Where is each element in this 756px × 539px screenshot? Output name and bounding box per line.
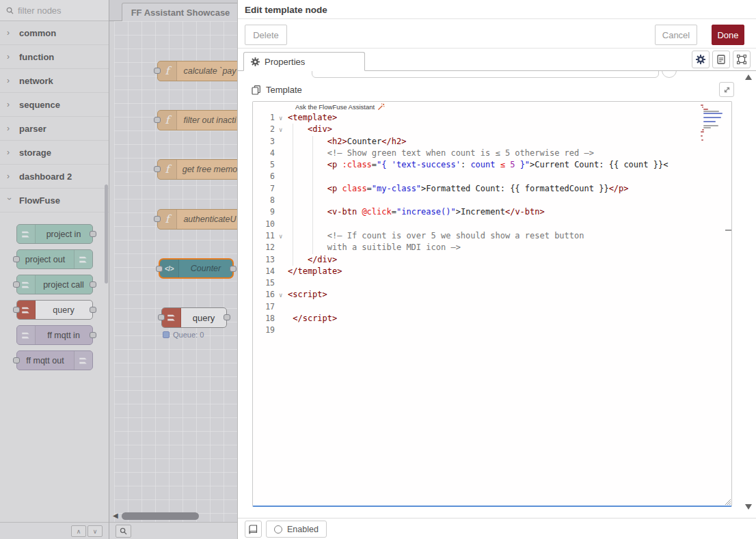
scroll-up-arrow-icon[interactable] [745,74,752,80]
template-code-editor[interactable]: Ask the FlowFuse Assistant 1∨<template>2… [252,101,732,507]
flow-node-query[interactable]: query [161,307,227,328]
code-line[interactable]: 18 </script> [253,313,731,324]
chevron-down-icon: › [5,197,14,203]
gear-icon [251,57,260,66]
code-line[interactable]: 10 [253,219,731,230]
node-input-port[interactable] [154,216,161,222]
node-input-port[interactable] [13,357,20,363]
code-line[interactable]: 17 [253,301,731,313]
palette-category-flowfuse[interactable]: ›FlowFuse [0,189,109,212]
palette-expand-all-button[interactable]: ∨ [87,525,103,537]
enabled-toggle-button[interactable]: Enabled [266,521,327,538]
palette-search-box[interactable]: filter nodes [0,0,109,21]
chevron-right-icon: › [7,28,12,38]
flow-node-get-free-memory[interactable]: f get free memo [157,159,237,180]
editor-minimap[interactable] [701,105,725,143]
code-line[interactable]: 5 <p :class="{ 'text-success': count ≤ 5… [253,159,731,171]
code-line[interactable]: 19 [253,324,731,336]
flow-node-counter-selected[interactable]: </> Counter [159,258,234,279]
node-input-port[interactable] [154,117,161,123]
palette-category-function[interactable]: ›function [0,45,109,69]
tab-ff-assistant-showcase[interactable]: FF Assistant Showcase [122,3,237,22]
code-line[interactable]: 12 with a suitible MDI icon —> [253,242,731,253]
chevron-right-icon: › [7,52,12,61]
copy-pages-icon [252,85,261,95]
done-button[interactable]: Done [712,25,744,45]
palette-category-common[interactable]: ›common [0,21,109,45]
node-output-port[interactable] [90,281,96,288]
dialog-button-row: Delete Cancel Done [238,19,756,49]
tab-properties[interactable]: Properties [243,52,365,71]
editor-resize-handle[interactable] [724,498,731,505]
node-input-port[interactable] [154,166,161,172]
scrolled-field-remnant[interactable] [312,71,659,78]
scroll-down-arrow-icon[interactable] [745,504,752,510]
palette-node-project-call[interactable]: project call [16,275,93,294]
expand-editor-button[interactable] [719,82,734,97]
node-output-port[interactable] [90,231,96,237]
status-dot-icon [163,331,170,338]
palette-node-ff-mqtt-in[interactable]: ff mqtt in [16,325,93,345]
node-input-port[interactable] [13,307,20,313]
horizontal-scrollbar[interactable] [122,512,199,520]
node-output-port[interactable] [224,314,230,320]
delete-button[interactable]: Delete [245,25,287,45]
palette-category-network[interactable]: ›network [0,69,109,93]
palette-node-query[interactable]: query [16,300,93,320]
node-input-port[interactable] [13,281,20,288]
flowfuse-icon [17,275,36,294]
description-doc-button[interactable] [712,51,730,68]
node-output-port[interactable] [90,332,96,338]
palette-category-storage[interactable]: ›storage [0,141,109,165]
code-line[interactable]: 16∨<script> [253,289,731,301]
palette-category-sequence[interactable]: ›sequence [0,93,109,117]
code-line[interactable]: 8 [253,195,731,206]
scrolled-button-remnant[interactable] [662,71,677,78]
dialog-tab-row: Properties [238,49,756,71]
code-line[interactable]: 7 <p class="my-class">Formatted Count: {… [253,183,731,195]
palette-scrollbar[interactable] [105,184,108,284]
node-input-port[interactable] [156,266,163,272]
scope-frame-button[interactable] [733,51,751,68]
code-lines: 1∨<template>2∨ <div>3 <h2>Counter</h2>4 … [253,112,731,337]
code-line[interactable]: 9 <v-btn @click="increase()">Increment</… [253,206,731,218]
palette-collapse-all-button[interactable]: ∧ [71,525,86,537]
node-input-port[interactable] [158,314,165,320]
code-line[interactable]: 14 </template> [253,266,731,277]
code-line[interactable]: 11∨ <!— If count is over 5 we should sho… [253,230,731,242]
wand-icon [377,103,385,111]
palette-search-placeholder: filter nodes [18,5,62,16]
palette-category-parser[interactable]: ›parser [0,117,109,141]
flow-node-filter-out-inactive[interactable]: f filter out inacti [157,110,237,130]
node-output-port[interactable] [230,266,237,272]
cancel-button[interactable]: Cancel [655,25,697,45]
palette-node-project-in[interactable]: project in [16,224,93,244]
flow-node-calculate-payload[interactable]: f calculate `pay [157,61,237,81]
docs-book-button[interactable] [245,521,262,538]
code-line[interactable]: 4 <!— Show green text when count is ≤ 5 … [253,148,731,159]
code-line[interactable]: 3 <h2>Counter</h2> [253,136,731,148]
code-line[interactable]: 13 </div> [253,254,731,266]
node-output-port[interactable] [90,307,96,313]
zoom-search-button[interactable] [116,525,131,538]
status-text: Queue: 0 [173,331,204,339]
palette-flowfuse-nodes: project in project out project call quer… [0,212,109,383]
edit-template-node-dialog: Edit template node Delete Cancel Done Pr… [237,0,756,539]
code-line[interactable]: 15 [253,277,731,289]
palette-footer: ∧ ∨ [0,522,109,539]
palette-category-dashboard2[interactable]: ›dashboard 2 [0,165,109,189]
node-input-port[interactable] [154,68,161,74]
assistant-hint[interactable]: Ask the FlowFuse Assistant [295,103,385,111]
flow-canvas[interactable]: f calculate `pay f filter out inacti f g… [114,21,237,522]
palette-node-project-out[interactable]: project out [16,249,93,269]
palette-node-ff-mqtt-out[interactable]: ff mqtt out [16,350,93,370]
overview-ruler-mark [725,230,731,231]
hscroll-left-arrow-icon[interactable]: ◀ [113,512,118,519]
code-line[interactable]: 6 [253,171,731,182]
node-input-port[interactable] [13,256,20,262]
node-settings-gear-button[interactable] [692,51,710,68]
flow-node-authenticate-user[interactable]: f authenticateU [157,209,237,230]
code-line[interactable]: 1∨<template> [253,112,731,124]
code-line[interactable]: 2∨ <div> [253,124,731,135]
function-icon: f [158,160,177,179]
